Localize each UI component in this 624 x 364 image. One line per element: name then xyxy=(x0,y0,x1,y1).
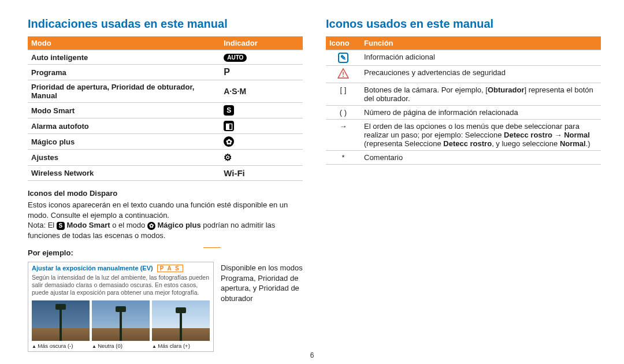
table-row: Precauciones y advertencias de seguridad xyxy=(326,66,601,83)
function-header: Función xyxy=(361,36,601,50)
svg-point-1 xyxy=(343,76,344,77)
shooting-icons-para1: Estos iconos aparecerán en el texto cuan… xyxy=(28,200,303,220)
example-box: Ajustar la exposición manualmente (EV) P… xyxy=(28,262,214,351)
example-subhead: Por ejemplo: xyxy=(28,248,303,257)
left-heading: Indicaciones usadas en este manual xyxy=(28,17,303,31)
shooting-icons-subhead: Iconos del modo Disparo xyxy=(28,189,303,198)
brackets-icon: [ ] xyxy=(326,83,361,106)
example-side-note: Disponible en los modos Programa, Priori… xyxy=(221,263,303,351)
thumb-dark: Más oscura (-) xyxy=(32,300,90,349)
wifi-text-icon: Wi-Fi xyxy=(224,168,245,178)
auto-pill-icon: AUTO xyxy=(224,54,247,62)
table-row: Alarma autofoto ◧ xyxy=(28,118,303,134)
asm-letters-icon: A·S·M xyxy=(224,87,246,96)
smart-box-icon: S xyxy=(224,105,234,116)
info-icon: ✎ xyxy=(338,53,348,63)
table-row: Ajustes ⚙ xyxy=(28,150,303,166)
table-row: Modo Smart S xyxy=(28,103,303,118)
right-heading: Iconos usados en este manual xyxy=(326,17,601,31)
left-column: Indicaciones usadas en este manual Modo … xyxy=(28,17,303,352)
example-body-text: Según la intensidad de la luz del ambien… xyxy=(32,274,210,296)
icon-header: Icono xyxy=(326,36,361,50)
star-icon: * xyxy=(326,151,361,165)
thumb-neutral: Neutra (0) xyxy=(92,300,150,349)
table-row: Programa P xyxy=(28,65,303,80)
callout-line xyxy=(203,247,221,248)
arrow-icon: → xyxy=(326,120,361,151)
example-title: Ajustar la exposición manualmente (EV) xyxy=(32,265,153,272)
flower-plus-icon: ✿ xyxy=(224,136,234,147)
table-row: → El orden de las opciones o los menús q… xyxy=(326,120,601,151)
table-row: [ ] Botones de la cámara. Por ejemplo, [… xyxy=(326,83,601,106)
indicator-header: Indicador xyxy=(220,36,303,50)
table-row: ( ) Número de página de información rela… xyxy=(326,106,601,120)
smart-box-icon: S xyxy=(57,222,65,230)
camera-box-icon: ◧ xyxy=(224,121,234,131)
pas-badge: P A S xyxy=(157,265,183,272)
flower-plus-icon: ✿ xyxy=(147,222,155,230)
page-number: 6 xyxy=(310,351,314,359)
example-thumbnails: Más oscura (-) Neutra (0) Más clara (+) xyxy=(32,300,210,349)
table-row: Wireless Network Wi-Fi xyxy=(28,166,303,181)
table-row: Prioridad de apertura, Prioridad de obtu… xyxy=(28,80,303,103)
mode-table: Modo Indicador Auto inteligente AUTO Pro… xyxy=(28,36,303,181)
table-row: Mágico plus ✿ xyxy=(28,134,303,150)
table-row: * Comentario xyxy=(326,151,601,165)
p-letter-icon: P xyxy=(224,67,230,77)
shooting-icons-para2: Nota: El S Modo Smart o el modo ✿ Mágico… xyxy=(28,220,303,240)
table-row: Auto inteligente AUTO xyxy=(28,50,303,65)
mode-header: Modo xyxy=(28,36,220,50)
icon-table: Icono Función ✎ Información adicional Pr… xyxy=(326,36,601,165)
thumb-light: Más clara (+) xyxy=(152,300,210,349)
table-row: ✎ Información adicional xyxy=(326,50,601,66)
paren-icon: ( ) xyxy=(326,106,361,120)
warning-icon xyxy=(337,68,349,79)
right-column: Iconos usados en este manual Icono Funci… xyxy=(326,17,601,352)
gear-icon: ⚙ xyxy=(224,152,232,163)
